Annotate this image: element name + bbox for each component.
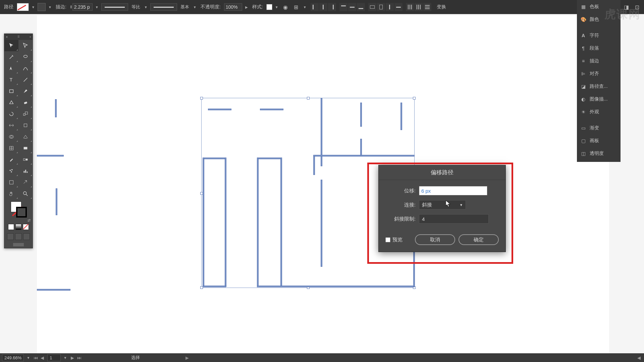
- distribute-2-icon[interactable]: [415, 3, 423, 11]
- chevron-down-icon[interactable]: ▼: [144, 5, 148, 9]
- free-transform-tool[interactable]: [18, 120, 33, 131]
- distribute-h-icon[interactable]: [368, 3, 376, 11]
- align-to-icon[interactable]: ⊞: [292, 3, 301, 11]
- align-right-icon[interactable]: [328, 3, 336, 11]
- dock-image-trace[interactable]: ◐图像描...: [577, 93, 621, 106]
- hand-tool[interactable]: [4, 188, 18, 199]
- opacity-input[interactable]: [224, 3, 242, 11]
- canvas-area[interactable]: [0, 14, 644, 353]
- eraser-tool[interactable]: [18, 97, 33, 108]
- transform-label[interactable]: 变换: [435, 4, 447, 10]
- slice-tool[interactable]: [18, 177, 33, 188]
- symbol-sprayer-tool[interactable]: [4, 165, 18, 177]
- drag-handle-icon[interactable]: ⠿: [17, 35, 20, 39]
- play-icon[interactable]: ▶: [185, 355, 189, 360]
- nav-first-icon[interactable]: ⏮: [33, 355, 39, 360]
- paintbrush-tool[interactable]: [18, 85, 33, 97]
- recolor-icon[interactable]: ◉: [281, 3, 290, 11]
- type-tool[interactable]: T: [4, 74, 18, 85]
- color-mode-gradient[interactable]: [15, 224, 21, 230]
- artboard-number[interactable]: 1: [47, 354, 61, 361]
- artboard[interactable]: [37, 15, 609, 353]
- artboard-tool[interactable]: [4, 177, 18, 188]
- dock-align[interactable]: ⊫对齐: [577, 67, 621, 80]
- align-left-icon[interactable]: [311, 3, 319, 11]
- chevron-down-icon[interactable]: ▼: [26, 356, 31, 360]
- perspective-grid-tool[interactable]: [18, 131, 33, 142]
- align-bottom-icon[interactable]: [357, 3, 365, 11]
- nav-last-icon[interactable]: ⏭: [76, 355, 82, 360]
- close-icon[interactable]: ×: [6, 35, 8, 39]
- ok-button[interactable]: 确定: [459, 234, 499, 245]
- chevron-down-icon[interactable]: ▼: [274, 5, 279, 9]
- collapse-icon[interactable]: «: [30, 35, 31, 39]
- brush-definition[interactable]: [150, 3, 177, 11]
- magic-wand-tool[interactable]: [4, 51, 18, 63]
- chevron-down-icon[interactable]: ▼: [303, 5, 307, 9]
- cancel-button[interactable]: 取消: [415, 234, 455, 245]
- distribute-1-icon[interactable]: [406, 3, 414, 11]
- scroll-left-icon[interactable]: ◀: [636, 355, 642, 360]
- miter-input[interactable]: [419, 214, 489, 224]
- chevron-down-icon[interactable]: ▼: [193, 5, 197, 9]
- stroke-weight-input[interactable]: [72, 3, 93, 11]
- scale-tool[interactable]: [18, 108, 33, 120]
- rectangle-tool[interactable]: [4, 85, 18, 97]
- fill-stroke-swatch[interactable]: [17, 3, 29, 11]
- chevron-right-icon[interactable]: ▶: [244, 5, 249, 9]
- color-mode-solid[interactable]: [8, 224, 14, 230]
- column-graph-tool[interactable]: [18, 165, 33, 177]
- stroke-box[interactable]: [38, 3, 46, 11]
- nav-next-icon[interactable]: ▶: [69, 355, 75, 360]
- dock-paragraph[interactable]: ¶段落: [577, 42, 621, 55]
- width-tool[interactable]: [4, 120, 18, 131]
- draw-normal[interactable]: [7, 233, 14, 240]
- dock-swatches[interactable]: ▦色板: [577, 0, 621, 13]
- swap-icon[interactable]: ⇄: [28, 218, 31, 223]
- preview-checkbox-input[interactable]: [385, 237, 390, 242]
- draw-behind[interactable]: [15, 233, 22, 240]
- shape-builder-tool[interactable]: [4, 131, 18, 142]
- dock-stroke[interactable]: ≡描边: [577, 55, 621, 67]
- direct-selection-tool[interactable]: [18, 40, 33, 51]
- chevron-down-icon[interactable]: ▼: [63, 356, 67, 360]
- stroke-weight-spinner[interactable]: ▲▼: [70, 3, 93, 11]
- dock-color[interactable]: 🎨颜色: [577, 13, 621, 26]
- lasso-tool[interactable]: [18, 51, 33, 63]
- dock-pathfinder[interactable]: ◪路径查...: [577, 80, 621, 93]
- dock-artboards[interactable]: ▢画板: [577, 134, 621, 147]
- pen-tool[interactable]: [4, 63, 18, 74]
- distribute-spacing-icon[interactable]: [386, 3, 394, 11]
- blend-tool[interactable]: [18, 154, 33, 165]
- shaper-tool[interactable]: [4, 97, 18, 108]
- more-icon[interactable]: ⊡: [633, 3, 641, 11]
- toolbox-header[interactable]: × ⠿ «: [4, 34, 33, 40]
- screen-mode-button[interactable]: [4, 241, 33, 248]
- dock-character[interactable]: A字符: [577, 29, 621, 42]
- fill-stroke-indicator[interactable]: [11, 201, 26, 217]
- preview-checkbox[interactable]: 预览: [385, 237, 402, 243]
- graphic-style-swatch[interactable]: [266, 4, 272, 10]
- zoom-field[interactable]: 249.66%: [2, 354, 24, 361]
- line-tool[interactable]: [18, 74, 33, 85]
- chevron-down-icon[interactable]: ▼: [95, 5, 99, 9]
- align-top-icon[interactable]: [339, 3, 347, 11]
- offset-input[interactable]: [419, 186, 487, 195]
- rotate-tool[interactable]: [4, 108, 18, 120]
- gradient-tool[interactable]: [18, 142, 33, 154]
- stroke-profile[interactable]: [101, 3, 128, 11]
- isolate-icon[interactable]: ◨: [622, 3, 631, 11]
- dock-transparency[interactable]: ◫透明度: [577, 147, 621, 160]
- color-mode-none[interactable]: [23, 224, 29, 230]
- chevron-down-icon[interactable]: ▼: [48, 5, 52, 9]
- dock-gradient[interactable]: ▭渐变: [577, 122, 621, 134]
- eyedropper-tool[interactable]: [4, 154, 18, 165]
- distribute-v-icon[interactable]: [377, 3, 385, 11]
- dock-appearance[interactable]: ☀外观: [577, 106, 621, 118]
- draw-inside[interactable]: [23, 233, 30, 240]
- distribute-3-icon[interactable]: [423, 3, 431, 11]
- distribute-spacing-v-icon[interactable]: [394, 3, 402, 11]
- selection-tool[interactable]: [4, 40, 18, 51]
- align-hcenter-icon[interactable]: [319, 3, 327, 11]
- zoom-tool[interactable]: [18, 188, 33, 199]
